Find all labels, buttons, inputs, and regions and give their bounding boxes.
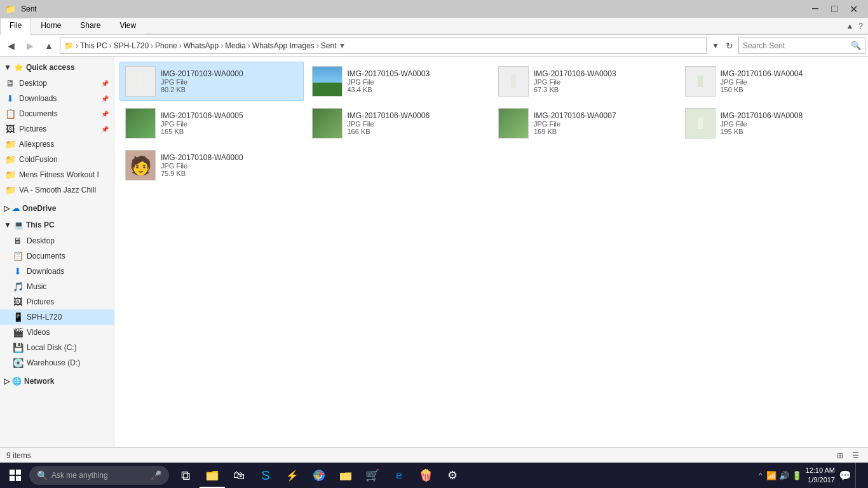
file-item-3[interactable]: IMG-20170106-WA0003 JPG File 67.3 KB xyxy=(492,62,677,101)
sidebar-item-smooth-jazz[interactable]: 📁 VA - Smooth Jazz Chill xyxy=(0,182,114,198)
taskbar-file-explorer[interactable] xyxy=(200,463,225,488)
show-desktop-button[interactable] xyxy=(855,463,860,488)
minimize-button[interactable]: – xyxy=(806,0,825,18)
sidebar-item-documents-pc[interactable]: 📋 Documents xyxy=(0,248,114,264)
sidebar-item-sph-l720[interactable]: 📱 SPH-L720 xyxy=(0,309,114,325)
file-item-9[interactable]: 🧑 IMG-20170108-WA0000 JPG File 75.9 KB xyxy=(119,146,304,185)
sidebar-item-warehouse-d[interactable]: 💽 Warehouse (D:) xyxy=(0,355,114,370)
taskbar-search[interactable]: 🔍 Ask me anything 🎤 xyxy=(29,466,169,485)
forward-button[interactable]: ▶ xyxy=(22,37,38,54)
local-disk-c-icon: 💾 xyxy=(13,342,23,353)
taskbar-store[interactable]: 🛍 xyxy=(226,463,252,488)
taskbar-task-view[interactable]: ⧉ xyxy=(173,463,198,488)
taskbar-arduino[interactable]: ⚡ xyxy=(280,463,305,488)
sidebar-item-desktop-pc[interactable]: 🖥 Desktop xyxy=(0,233,114,248)
sidebar-item-coldfusion[interactable]: 📁 ColdFusion xyxy=(0,152,114,167)
taskbar-chrome[interactable] xyxy=(306,463,332,488)
sidebar-item-downloads-quick[interactable]: ⬇ Downloads 📌 xyxy=(0,91,114,106)
file-name-1: IMG-20170103-WA0000 xyxy=(161,69,243,78)
network-icon[interactable]: 📶 xyxy=(766,471,776,480)
taskbar-media[interactable]: 🍿 xyxy=(413,463,438,488)
sidebar-item-mens-fitness[interactable]: 📁 Mens Fitness Workout I xyxy=(0,167,114,182)
up-button[interactable]: ▲ xyxy=(41,37,57,54)
ribbon-collapse-icon[interactable]: ▲ xyxy=(846,22,853,30)
file-thumb-3 xyxy=(498,66,529,97)
sidebar-network-header[interactable]: ▷ 🌐 Network xyxy=(0,373,114,390)
file-name-2: IMG-20170105-WA0003 xyxy=(348,69,430,78)
file-thumb-9: 🧑 xyxy=(125,150,156,180)
tab-file[interactable]: File xyxy=(0,18,31,35)
refresh-icon[interactable]: ↻ xyxy=(723,41,736,51)
sidebar-item-videos-pc[interactable]: 🎬 Videos xyxy=(0,325,114,340)
file-item-6[interactable]: IMG-20170106-WA0006 JPG File 166 KB xyxy=(306,104,491,143)
search-input[interactable] xyxy=(743,41,851,50)
sidebar-quick-access-header[interactable]: ▼ ⭐ Quick access xyxy=(0,59,114,76)
sidebar-warehouse-d-label: Warehouse (D:) xyxy=(27,358,80,367)
file-item-5[interactable]: IMG-20170106-WA0005 JPG File 165 KB xyxy=(119,104,304,143)
start-button[interactable] xyxy=(3,463,28,488)
tab-home[interactable]: Home xyxy=(31,18,71,34)
breadcrumb-media[interactable]: Media xyxy=(225,41,246,50)
sidebar-item-downloads-pc[interactable]: ⬇ Downloads xyxy=(0,264,114,279)
taskbar-folder[interactable] xyxy=(333,463,358,488)
tab-view[interactable]: View xyxy=(110,18,146,34)
battery-icon[interactable]: 🔋 xyxy=(792,471,802,480)
file-size-3: 67.3 KB xyxy=(534,86,616,93)
tray-chevron[interactable]: ^ xyxy=(759,471,762,479)
system-clock[interactable]: 12:10 AM 1/9/2017 xyxy=(806,466,835,485)
svg-rect-0 xyxy=(10,470,15,475)
sidebar-item-aliexpress[interactable]: 📁 Aliexpress xyxy=(0,137,114,152)
file-item-8[interactable]: IMG-20170106-WA0008 JPG File 195 KB xyxy=(679,104,864,143)
volume-icon[interactable]: 🔊 xyxy=(779,471,789,480)
main-area: ▼ ⭐ Quick access 🖥 Desktop 📌 ⬇ Downloads… xyxy=(0,57,868,447)
sidebar-music-pc-label: Music xyxy=(27,282,46,291)
file-name-7: IMG-20170106-WA0007 xyxy=(534,111,616,120)
taskbar-mic-icon[interactable]: 🎤 xyxy=(151,470,161,480)
sidebar-item-desktop-quick[interactable]: 🖥 Desktop 📌 xyxy=(0,76,114,91)
sidebar-smooth-jazz-label: VA - Smooth Jazz Chill xyxy=(19,186,96,194)
tab-share[interactable]: Share xyxy=(71,18,110,34)
breadcrumb-phone[interactable]: Phone xyxy=(155,41,177,50)
view-list-icon[interactable]: ☰ xyxy=(849,449,862,462)
sidebar-quick-access-label: Quick access xyxy=(26,63,75,72)
sidebar-item-documents-quick[interactable]: 📋 Documents 📌 xyxy=(0,106,114,121)
breadcrumb-images[interactable]: WhatsApp Images xyxy=(252,41,315,50)
file-info-6: IMG-20170106-WA0006 JPG File 166 KB xyxy=(348,111,430,135)
desktop-pc-icon: 🖥 xyxy=(13,236,23,246)
breadcrumb-folder-icon: 📁 xyxy=(64,41,74,50)
file-item-4[interactable]: IMG-20170106-WA0004 JPG File 150 KB xyxy=(679,62,864,101)
taskbar-ms-store[interactable]: 🛒 xyxy=(360,463,385,488)
sidebar-item-pictures-quick[interactable]: 🖼 Pictures 📌 xyxy=(0,121,114,137)
file-info-7: IMG-20170106-WA0007 JPG File 169 KB xyxy=(534,111,616,135)
file-thumb-5 xyxy=(125,108,156,139)
breadcrumb-sph[interactable]: SPH-L720 xyxy=(114,41,149,50)
breadcrumb-sent[interactable]: Sent xyxy=(321,41,337,50)
address-dropdown-icon[interactable]: ▼ xyxy=(709,41,722,50)
taskbar-skype[interactable]: S xyxy=(253,463,278,488)
file-item-7[interactable]: IMG-20170106-WA0007 JPG File 169 KB xyxy=(492,104,677,143)
notifications-icon[interactable]: 💬 xyxy=(839,470,851,482)
search-box[interactable]: 🔍 xyxy=(738,37,865,54)
file-item-1[interactable]: IMG-20170103-WA0000 JPG File 80.2 KB xyxy=(119,62,304,101)
maximize-button[interactable]: □ xyxy=(825,0,844,18)
back-button[interactable]: ◀ xyxy=(3,37,19,54)
sidebar-thispc-header[interactable]: ▼ 💻 This PC xyxy=(0,217,114,233)
documents-pc-icon: 📋 xyxy=(13,251,23,261)
sidebar-onedrive-header[interactable]: ▷ ☁ OneDrive xyxy=(0,200,114,217)
file-type-5: JPG File xyxy=(161,120,243,128)
documents-icon: 📋 xyxy=(5,109,15,119)
taskbar-settings[interactable]: ⚙ xyxy=(440,463,465,488)
sidebar-item-pictures-pc[interactable]: 🖼 Pictures xyxy=(0,294,114,309)
breadcrumb-whatsapp[interactable]: WhatsApp xyxy=(184,41,219,50)
breadcrumb-bar[interactable]: 📁 › This PC › SPH-L720 › Phone › WhatsAp… xyxy=(60,37,707,54)
file-item-2[interactable]: IMG-20170105-WA0003 JPG File 43.4 KB xyxy=(306,62,491,101)
view-details-icon[interactable]: ⊞ xyxy=(834,449,846,462)
sidebar-item-local-disk-c[interactable]: 💾 Local Disk (C:) xyxy=(0,340,114,355)
close-button[interactable]: ✕ xyxy=(844,0,863,18)
file-type-1: JPG File xyxy=(161,78,243,86)
sidebar-local-disk-c-label: Local Disk (C:) xyxy=(27,343,77,352)
taskbar-edge[interactable]: e xyxy=(386,463,412,488)
help-icon[interactable]: ? xyxy=(858,22,863,30)
breadcrumb-thispc[interactable]: This PC xyxy=(80,41,107,50)
sidebar-item-music-pc[interactable]: 🎵 Music xyxy=(0,279,114,294)
